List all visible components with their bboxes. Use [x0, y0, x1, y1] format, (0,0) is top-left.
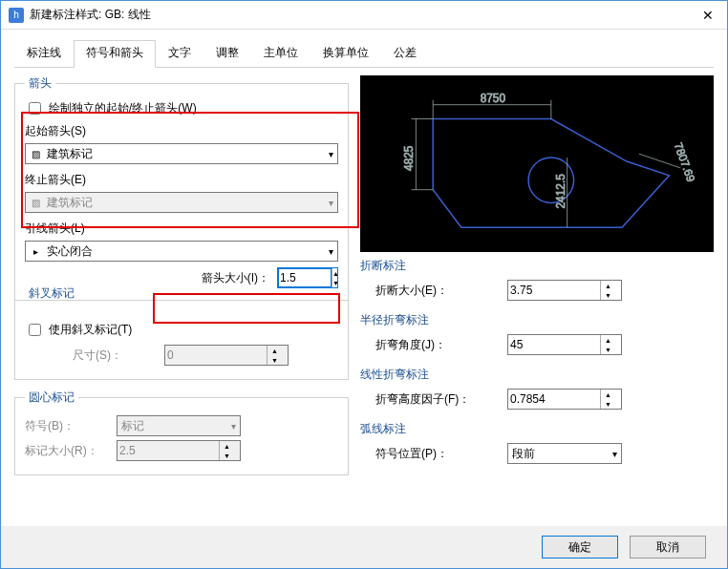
window-title: 新建标注样式: GB: 线性 — [30, 7, 696, 23]
end-arrow-combo[interactable]: ▨ 建筑标记 ▾ — [25, 192, 338, 213]
center-size-input — [118, 441, 219, 460]
spin-up-icon: ▲ — [220, 441, 234, 451]
dimbreak-label: 折断大小(E)： — [375, 283, 500, 299]
start-arrow-combo[interactable]: ▨ 建筑标记 ▾ — [25, 143, 338, 164]
spin-up-icon: ▲ — [268, 346, 282, 355]
tab-dimline[interactable]: 标注线 — [14, 40, 74, 68]
svg-line-11 — [639, 154, 681, 168]
arc-legend: 弧线标注 — [360, 421, 714, 437]
oblique-size-label: 尺寸(S)： — [73, 348, 159, 364]
center-symbol-combo: 标记 ▾ — [117, 415, 241, 436]
leader-arrow-label: 引线箭头(L) — [25, 221, 338, 237]
arc-combo[interactable]: 段前 ▾ — [507, 443, 622, 464]
spin-up-icon[interactable]: ▲ — [601, 281, 615, 290]
use-oblique-label: 使用斜叉标记(T) — [49, 322, 132, 338]
tab-primary[interactable]: 主单位 — [251, 40, 310, 68]
tab-fit[interactable]: 调整 — [203, 40, 251, 68]
start-arrow-value: 建筑标记 — [47, 146, 93, 162]
center-symbol-label: 符号(B)： — [25, 418, 111, 434]
solid-arrow-icon: ▸ — [30, 245, 41, 257]
tab-symbols-arrows[interactable]: 符号和箭头 — [74, 40, 156, 68]
arc-value: 段前 — [512, 446, 535, 462]
svg-text:4825: 4825 — [402, 145, 416, 171]
draw-separate-checkbox[interactable] — [29, 102, 41, 115]
spin-down-icon[interactable]: ▼ — [601, 345, 615, 354]
dimbreak-input[interactable] — [508, 281, 600, 300]
spin-up-icon[interactable]: ▲ — [601, 390, 615, 399]
arrow-size-label: 箭头大小(I)： — [202, 270, 269, 286]
end-arrow-label: 终止箭头(E) — [25, 172, 338, 188]
tab-bar: 标注线 符号和箭头 文字 调整 主单位 换算单位 公差 — [1, 30, 727, 67]
chevron-down-icon: ▾ — [612, 449, 617, 459]
center-mark-legend: 圆心标记 — [25, 390, 78, 406]
tab-text[interactable]: 文字 — [156, 40, 203, 68]
tab-tol[interactable]: 公差 — [381, 40, 429, 68]
oblique-size-spinner: ▲▼ — [164, 345, 289, 366]
tick-icon: ▨ — [30, 197, 41, 208]
svg-text:8750: 8750 — [481, 92, 506, 105]
start-arrow-label: 起始箭头(S) — [25, 123, 338, 139]
end-arrow-value: 建筑标记 — [47, 195, 93, 211]
spin-down-icon[interactable]: ▼ — [332, 278, 339, 287]
radjog-input[interactable] — [508, 335, 600, 354]
arrowhead-legend: 箭头 — [25, 75, 55, 92]
arrowhead-group: 箭头 绘制独立的起始/终止箭头(W) 起始箭头(S) ▨ 建筑标记 ▾ 终止箭头… — [14, 75, 349, 301]
use-oblique-checkbox[interactable] — [29, 324, 41, 336]
linjog-input[interactable] — [508, 390, 600, 409]
draw-separate-label: 绘制独立的起始/终止箭头(W) — [49, 100, 197, 116]
leader-arrow-value: 实心闭合 — [47, 243, 93, 260]
radjog-legend: 半径折弯标注 — [360, 312, 714, 328]
linjog-label: 折弯高度因子(F)： — [375, 391, 500, 408]
arrow-size-input[interactable] — [278, 268, 332, 287]
spin-down-icon: ▼ — [220, 451, 234, 460]
center-mark-group: 圆心标记 符号(B)： 标记 ▾ 标记大小(R)： ▲▼ — [14, 390, 349, 475]
oblique-size-input — [165, 346, 267, 365]
chevron-down-icon: ▾ — [329, 149, 333, 159]
center-symbol-value: 标记 — [121, 418, 144, 434]
svg-text:7807.69: 7807.69 — [672, 140, 698, 183]
tick-icon: ▨ — [30, 148, 41, 159]
dimbreak-legend: 折断标注 — [360, 258, 714, 274]
radjog-spinner[interactable]: ▲▼ — [507, 334, 622, 355]
dimbreak-spinner[interactable]: ▲▼ — [507, 280, 622, 301]
arc-label: 符号位置(P)： — [375, 446, 500, 462]
close-icon[interactable]: ✕ — [696, 8, 719, 23]
spin-down-icon[interactable]: ▼ — [601, 399, 615, 409]
chevron-down-icon: ▾ — [231, 421, 236, 432]
preview-pane: 8750 4825 2412.5 7807.69 — [360, 75, 714, 252]
tab-alt[interactable]: 换算单位 — [310, 40, 381, 68]
chevron-down-icon: ▾ — [329, 198, 333, 208]
app-icon: h — [9, 8, 24, 23]
dialog-footer: 确定 取消 — [1, 526, 727, 568]
spin-down-icon[interactable]: ▼ — [601, 290, 615, 300]
linjog-spinner[interactable]: ▲▼ — [507, 389, 622, 410]
leader-arrow-combo[interactable]: ▸ 实心闭合 ▾ — [25, 241, 338, 262]
center-size-spinner: ▲▼ — [117, 440, 241, 461]
spin-up-icon[interactable]: ▲ — [332, 268, 339, 278]
spin-down-icon: ▼ — [268, 355, 282, 365]
ok-button[interactable]: 确定 — [542, 536, 618, 558]
center-size-label: 标记大小(R)： — [25, 443, 111, 459]
svg-text:2412.5: 2412.5 — [554, 174, 567, 209]
linjog-legend: 线性折弯标注 — [360, 367, 714, 383]
radjog-label: 折弯角度(J)： — [375, 337, 500, 353]
arrow-size-spinner[interactable]: ▲▼ — [277, 267, 338, 288]
chevron-down-icon: ▾ — [329, 246, 333, 257]
spin-up-icon[interactable]: ▲ — [601, 335, 615, 345]
cancel-button[interactable]: 取消 — [630, 536, 706, 558]
